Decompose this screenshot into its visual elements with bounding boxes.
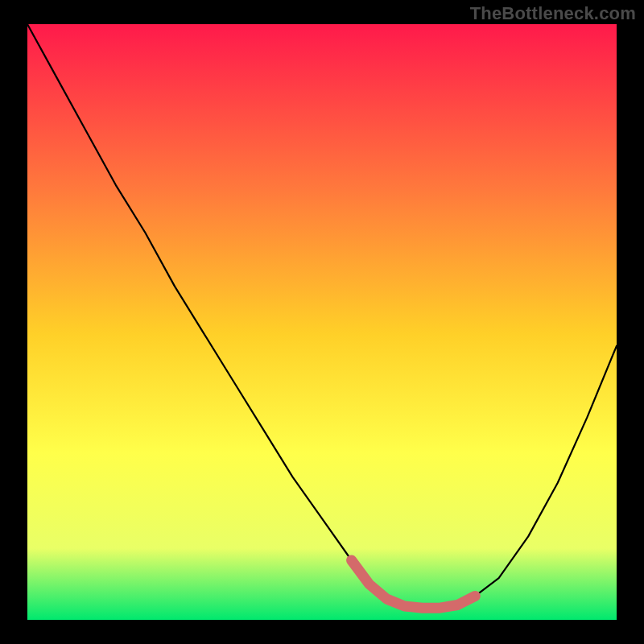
- bottleneck-chart: [0, 0, 644, 644]
- chart-frame: TheBottleneck.com: [0, 0, 644, 644]
- plot-background: [27, 24, 617, 620]
